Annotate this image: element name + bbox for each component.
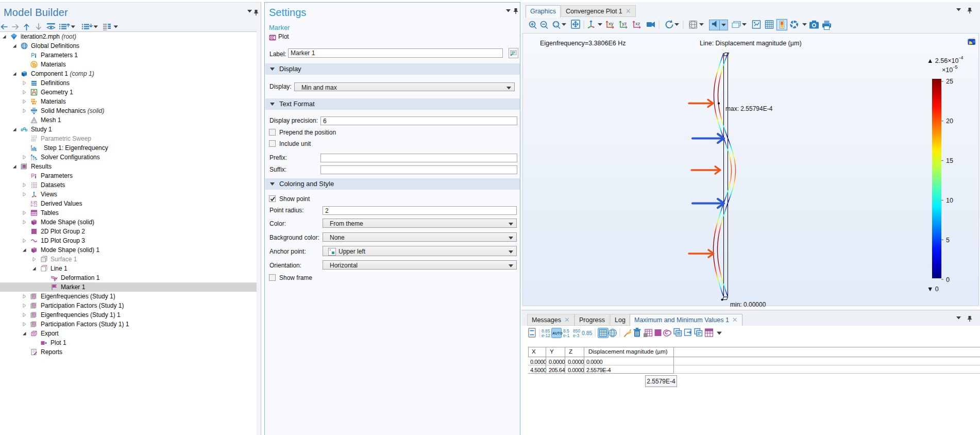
svg-text:123: 123 (31, 135, 37, 139)
svg-text:e-12: e-12 (31, 204, 38, 207)
svg-text:e-12: e-12 (542, 333, 550, 338)
svg-text:▲ 2.56×10: ▲ 2.56×10 (927, 57, 958, 64)
svg-text:e-3: e-3 (573, 333, 580, 338)
svg-text:min: 0.00000: min: 0.00000 (730, 301, 766, 307)
svg-text:max: 2.55794E-4: max: 2.55794E-4 (725, 105, 773, 112)
svg-text:-5: -5 (953, 64, 957, 70)
svg-text:AUTO: AUTO (552, 331, 563, 335)
svg-text:yz: yz (622, 21, 627, 26)
svg-text:×10: ×10 (942, 66, 953, 74)
svg-text:5: 5 (946, 237, 950, 244)
svg-text:P: P (31, 173, 35, 179)
svg-text:xy: xy (609, 21, 614, 26)
svg-text:15: 15 (946, 157, 953, 164)
svg-text:-4: -4 (959, 55, 963, 60)
svg-text:20: 20 (946, 118, 953, 125)
svg-text:10: 10 (946, 197, 953, 204)
svg-text:0: 0 (946, 276, 950, 283)
svg-text:e-1: e-1 (563, 333, 570, 338)
svg-text:0.85: 0.85 (582, 330, 593, 336)
svg-text:P: P (31, 52, 35, 58)
svg-text:25: 25 (946, 78, 953, 85)
svg-text:▼ 0: ▼ 0 (927, 286, 939, 293)
svg-text:xz: xz (635, 21, 640, 26)
